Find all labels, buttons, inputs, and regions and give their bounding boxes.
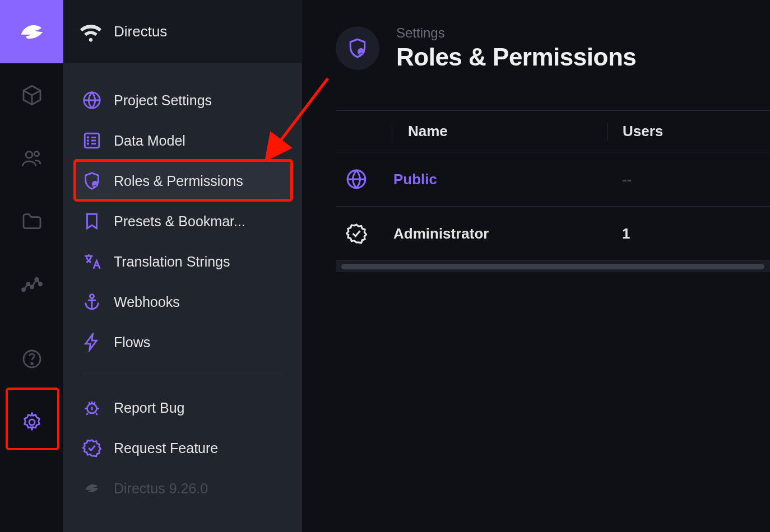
verified-badge-icon xyxy=(82,438,101,458)
page-header-icon xyxy=(336,26,379,70)
row-icon xyxy=(346,169,392,190)
anchor-icon xyxy=(82,292,101,311)
nav-label: Webhooks xyxy=(114,294,180,310)
nav-version: Directus 9.26.0 xyxy=(75,468,291,508)
breadcrumb[interactable]: Settings xyxy=(396,25,636,41)
sidebar-nav: Project Settings Data Model Roles & Perm… xyxy=(63,63,302,532)
shield-user-icon xyxy=(347,38,368,59)
svg-point-6 xyxy=(39,282,41,285)
nav-webhooks[interactable]: Webhooks xyxy=(75,282,291,322)
bolt-icon xyxy=(82,333,101,352)
table-row[interactable]: Administrator 1 xyxy=(336,207,770,261)
svg-point-0 xyxy=(26,151,33,158)
role-name: Administrator xyxy=(392,225,607,242)
bookmark-icon xyxy=(82,212,101,231)
nav-label: Translation Strings xyxy=(114,254,230,270)
svg-point-5 xyxy=(35,278,38,281)
nav-label: Report Bug xyxy=(114,400,184,416)
nav-translation-strings[interactable]: Translation Strings xyxy=(75,241,291,282)
svg-point-2 xyxy=(22,288,25,291)
nav-data-model[interactable]: Data Model xyxy=(75,120,291,161)
horizontal-scrollbar[interactable] xyxy=(336,261,770,272)
nav-label: Presets & Bookmar... xyxy=(114,213,245,230)
svg-point-4 xyxy=(30,285,33,288)
rail-files-module[interactable] xyxy=(0,190,63,253)
nav-label: Request Feature xyxy=(114,440,218,456)
page-header: Settings Roles & Permissions xyxy=(336,25,770,71)
page-title: Roles & Permissions xyxy=(396,43,636,71)
rail-docs-module[interactable] xyxy=(0,327,63,390)
version-label: Directus 9.26.0 xyxy=(114,480,208,497)
translate-icon xyxy=(82,252,101,271)
role-name: Public xyxy=(392,171,607,188)
list-box-icon xyxy=(82,131,101,150)
role-users-count: -- xyxy=(607,171,770,188)
nav-label: Project Settings xyxy=(114,92,212,109)
nav-roles-permissions[interactable]: Roles & Permissions xyxy=(75,161,291,201)
nav-label: Data Model xyxy=(114,133,185,149)
column-header-users[interactable]: Users xyxy=(607,123,770,140)
nav-request-feature[interactable]: Request Feature xyxy=(75,428,291,468)
rabbit-icon xyxy=(82,479,101,498)
svg-point-1 xyxy=(34,151,39,156)
nav-label: Roles & Permissions xyxy=(114,173,243,189)
brand-logo[interactable] xyxy=(0,0,63,63)
verified-badge-icon xyxy=(346,223,367,244)
nav-label: Flows xyxy=(114,334,150,351)
table-header-row: Name Users xyxy=(336,110,770,152)
nav-report-bug[interactable]: Report Bug xyxy=(75,388,291,428)
main-content: Settings Roles & Permissions Name Users … xyxy=(302,0,770,532)
nav-presets-bookmarks[interactable]: Presets & Bookmar... xyxy=(75,201,291,241)
scrollbar-thumb[interactable] xyxy=(341,264,764,269)
role-users-count: 1 xyxy=(607,225,770,242)
nav-flows[interactable]: Flows xyxy=(75,322,291,362)
rail-settings-module[interactable] xyxy=(0,390,63,454)
table-row[interactable]: Public -- xyxy=(336,152,770,207)
module-rail xyxy=(0,0,63,532)
shield-user-icon xyxy=(82,171,101,190)
bug-icon xyxy=(82,398,101,417)
svg-point-8 xyxy=(31,363,33,365)
rail-insights-module[interactable] xyxy=(0,253,63,316)
rail-content-module[interactable] xyxy=(0,63,63,127)
column-header-name[interactable]: Name xyxy=(392,123,607,140)
rail-users-module[interactable] xyxy=(0,127,63,190)
globe-icon xyxy=(82,91,101,110)
globe-icon xyxy=(346,169,367,190)
svg-point-3 xyxy=(26,282,29,285)
sidebar-title: Directus xyxy=(114,23,167,40)
svg-point-20 xyxy=(90,295,94,298)
svg-point-9 xyxy=(29,419,35,425)
row-icon xyxy=(346,223,392,244)
nav-divider xyxy=(82,375,283,375)
nav-project-settings[interactable]: Project Settings xyxy=(75,80,291,120)
settings-sidebar: Directus Project Settings Data Model Rol… xyxy=(63,0,302,532)
sidebar-header: Directus xyxy=(63,0,302,63)
roles-table: Name Users Public -- Administrator 1 xyxy=(336,110,770,272)
wifi-icon xyxy=(80,21,101,43)
